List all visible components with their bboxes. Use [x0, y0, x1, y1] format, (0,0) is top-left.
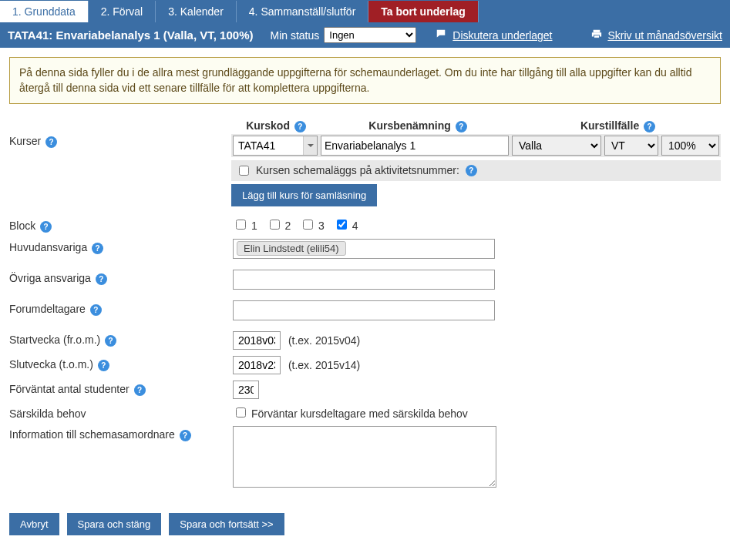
forum-input[interactable]: [233, 300, 495, 320]
ovriga-label: Övriga ansvariga: [9, 272, 91, 284]
help-icon[interactable]: ?: [105, 335, 116, 347]
huvudansvariga-label: Huvudansvariga: [9, 241, 87, 253]
status-select[interactable]: Ingen: [324, 27, 416, 43]
svg-rect-0: [593, 30, 600, 33]
status-label: Min status: [270, 29, 319, 42]
add-course-button[interactable]: Lägg till kurs för samläsning: [231, 184, 377, 206]
tab-sammanstall[interactable]: 4. Sammanställ/slutför: [237, 1, 369, 22]
help-icon[interactable]: ?: [644, 121, 655, 132]
schedule-activity-label: Kursen schemaläggs på aktivitetsnummer:: [256, 164, 459, 176]
info-coord-label: Information till schemasamordnare: [9, 428, 175, 441]
help-icon[interactable]: ?: [90, 304, 102, 316]
help-icon[interactable]: ?: [98, 360, 109, 371]
tab-forval[interactable]: 2. Förval: [89, 1, 156, 22]
svg-rect-2: [594, 35, 599, 39]
schedule-activity-checkbox[interactable]: [239, 166, 249, 176]
page-title: TATA41: Envariabelanalys 1 (Valla, VT, 1…: [8, 29, 253, 42]
campus-select[interactable]: Valla: [512, 136, 601, 156]
help-icon[interactable]: ?: [92, 243, 103, 254]
cancel-button[interactable]: Avbryt: [9, 513, 59, 535]
students-input[interactable]: [233, 381, 259, 399]
info-coord-textarea[interactable]: [233, 426, 496, 488]
printer-icon: [591, 29, 602, 39]
save-close-button[interactable]: Spara och stäng: [67, 513, 162, 535]
tab-kalender[interactable]: 3. Kalender: [156, 1, 237, 22]
print-link-wrap: Skriv ut månadsöversikt: [591, 29, 723, 42]
help-icon[interactable]: ?: [40, 221, 52, 233]
sarskilda-cb-label: Förväntar kursdeltagare med särskilda be…: [251, 407, 468, 420]
responsible-tag[interactable]: Elin Lindstedt (elili54): [237, 241, 346, 256]
save-continue-button[interactable]: Spara och fortsätt >>: [169, 513, 284, 535]
kurser-label: Kurser: [9, 135, 41, 147]
kurstillfalle-header: Kurstillfälle: [580, 119, 639, 132]
term-select[interactable]: VT: [604, 136, 658, 156]
pace-select[interactable]: 100%: [661, 136, 719, 156]
startvecka-input[interactable]: [233, 331, 281, 350]
block-4-checkbox[interactable]: [337, 220, 347, 230]
print-link[interactable]: Skriv ut månadsöversikt: [607, 29, 722, 42]
discuss-link-wrap: Diskutera underlaget: [436, 29, 552, 42]
discuss-link[interactable]: Diskutera underlaget: [452, 29, 552, 42]
startvecka-hint: (t.ex. 2015v04): [288, 334, 360, 347]
sarskilda-checkbox[interactable]: [236, 407, 246, 417]
info-box: På denna sida fyller du i de allra mest …: [9, 57, 721, 104]
help-icon[interactable]: ?: [45, 136, 57, 148]
top-tabs: 1. Grunddata 2. Förval 3. Kalender 4. Sa…: [0, 0, 730, 22]
sarskilda-label: Särskilda behov: [9, 407, 86, 420]
block-2-checkbox[interactable]: [270, 220, 280, 230]
chevron-down-icon[interactable]: [303, 136, 317, 155]
slutvecka-input[interactable]: [233, 356, 281, 374]
block-1-checkbox[interactable]: [236, 220, 246, 230]
block-3-checkbox[interactable]: [303, 220, 313, 230]
slutvecka-label: Slutvecka (t.o.m.): [9, 358, 93, 371]
kurskod-combo[interactable]: [233, 136, 318, 156]
help-icon[interactable]: ?: [180, 430, 191, 441]
help-icon[interactable]: ?: [134, 384, 146, 396]
ovriga-input[interactable]: [233, 270, 495, 290]
help-icon[interactable]: ?: [96, 273, 107, 285]
kursbenamning-input[interactable]: [321, 136, 509, 156]
startvecka-label: Startvecka (fr.o.m.): [9, 334, 100, 346]
speech-icon: [436, 29, 446, 39]
help-icon[interactable]: ?: [466, 165, 477, 176]
forvantat-label: Förväntat antal studenter: [9, 383, 130, 395]
kurskod-header: Kurskod: [246, 119, 290, 132]
kursbenamning-header: Kursbenämning: [368, 119, 451, 132]
slutvecka-hint: (t.ex. 2015v14): [288, 359, 360, 371]
huvudansvariga-input[interactable]: Elin Lindstedt (elili54): [233, 239, 495, 259]
block-label: Block: [9, 220, 35, 232]
help-icon[interactable]: ?: [294, 121, 306, 132]
sub-bar: TATA41: Envariabelanalys 1 (Valla, VT, 1…: [0, 22, 730, 48]
help-icon[interactable]: ?: [456, 121, 467, 132]
tab-grunddata[interactable]: 1. Grunddata: [0, 1, 89, 22]
remove-underlag-button[interactable]: Ta bort underlag: [368, 1, 478, 22]
kurskod-input[interactable]: [234, 136, 303, 155]
forum-label: Forumdeltagare: [9, 303, 86, 315]
